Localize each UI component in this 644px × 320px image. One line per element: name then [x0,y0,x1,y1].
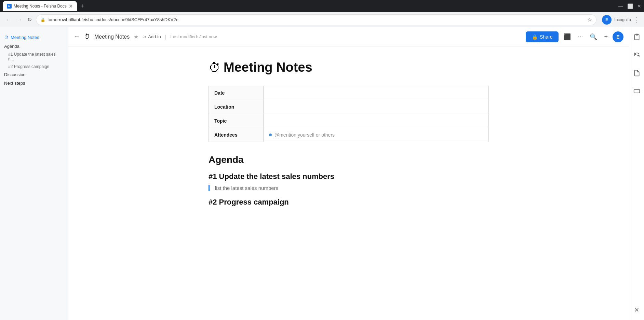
header-doc-title: Meeting Notes [94,34,130,40]
sidebar-item-next-steps[interactable]: Next steps [0,79,68,87]
table-value-topic[interactable] [264,114,489,128]
header-actions: 🔒 Share ⬛ ··· 🔍 + E [526,31,623,43]
table-row-topic: Topic [209,114,489,128]
tab-close-button[interactable]: ✕ [69,4,73,9]
zoom-button[interactable]: + [602,31,610,42]
new-tab-button[interactable]: + [81,3,85,10]
header-back-button[interactable]: ← [74,33,80,40]
add-to-button[interactable]: 🗂 Add to [143,34,161,39]
sidebar-item-meeting-notes[interactable]: ⏱ Meeting Notes [0,33,68,42]
star-button[interactable]: ★ [134,33,138,40]
sidebar-item-agenda2[interactable]: #2 Progress campaign [0,63,68,70]
sidebar-item-discussion[interactable]: Discussion [0,70,68,79]
minimize-button[interactable]: — [618,3,623,9]
address-bar-container: ← → ↻ 🔒 tomorrowbrilliant.feishu.cn/docs… [0,12,644,27]
sidebar-agenda-label: Agenda [4,44,19,49]
bookmark-button[interactable]: ☆ [587,16,592,23]
browser-tab[interactable]: M Meeting Notes - Feishu Docs ✕ [3,1,77,11]
folder-icon: 🗂 [143,34,147,39]
right-panel-icon-document[interactable] [631,68,642,80]
user-avatar[interactable]: E [613,31,623,42]
window-controls: — ⬜ ✕ [618,3,641,9]
svg-rect-1 [634,89,640,93]
info-table: Date Location Topic Attendees [209,86,489,142]
present-button[interactable]: ⬛ [561,31,573,43]
tab-title: Meeting Notes - Feishu Docs [14,4,67,9]
close-window-button[interactable]: ✕ [637,3,641,9]
tab-favicon: M [7,4,12,9]
attendee-hint-text: @mention yourself or others [274,132,335,138]
main-content: ⏱ Meeting Notes Date Location [68,46,629,320]
search-button[interactable]: 🔍 [588,31,599,43]
right-panel-icon-keyboard[interactable] [631,86,642,98]
sidebar-clock-icon: ⏱ [4,35,9,40]
reload-button[interactable]: ↻ [26,15,33,24]
profile-area: E Incognito ⋮ [602,15,640,25]
maximize-button[interactable]: ⬜ [627,3,633,9]
table-row-location: Location [209,100,489,114]
agenda-item2-heading: #2 Progress campaign [209,198,489,207]
close-panel-button[interactable]: ✕ [632,304,641,316]
share-label: Share [540,34,552,40]
add-to-label: Add to [148,34,161,39]
table-label-date: Date [209,86,264,100]
sidebar: ⏱ Meeting Notes Agenda #1 Update the lat… [0,27,68,320]
table-row-date: Date [209,86,489,100]
sidebar-item-agenda1[interactable]: #1 Update the latest sales n... [0,51,68,63]
sidebar-item-agenda[interactable]: Agenda [0,42,68,51]
lock-icon: 🔒 [40,17,45,22]
table-label-location: Location [209,100,264,114]
app-container: ⏱ Meeting Notes Agenda #1 Update the lat… [0,27,644,320]
attendee-placeholder: @mention yourself or others [269,132,483,138]
table-row-attendees: Attendees @mention yourself or others [209,128,489,142]
share-button[interactable]: 🔒 Share [526,31,559,42]
agenda-item1-heading: #1 Update the latest sales numbers [209,172,489,181]
doc-body: ⏱ Meeting Notes Date Location [202,60,496,211]
right-panel-icon-clipboard[interactable] [631,31,642,44]
doc-heading-icon: ⏱ [209,60,221,75]
more-options-button[interactable]: ··· [576,31,585,42]
header-separator: | [165,34,166,40]
right-panel-icon-refresh[interactable] [631,50,642,62]
forward-nav-button[interactable]: → [15,15,23,24]
bullet-dot [269,134,272,136]
doc-title: Meeting Notes [224,60,312,75]
sidebar-agenda1-label: #1 Update the latest sales n... [8,52,56,61]
share-icon: 🔒 [532,34,538,40]
header-doc-icon: ⏱ [84,33,90,40]
doc-heading: ⏱ Meeting Notes [209,60,489,75]
table-label-topic: Topic [209,114,264,128]
url-text: tomorrowbrilliant.feishu.cn/docs/doccne9… [48,17,178,22]
url-bar[interactable]: 🔒 tomorrowbrilliant.feishu.cn/docs/doccn… [36,14,596,25]
agenda-item1-text: list the latest sales numbers [215,185,278,191]
right-panel: ✕ [629,27,644,320]
sidebar-agenda2-label: #2 Progress campaign [8,64,49,69]
sidebar-discussion-label: Discussion [4,72,26,77]
sidebar-next-steps-label: Next steps [4,81,25,86]
sidebar-meeting-notes-label: Meeting Notes [11,35,39,40]
browser-menu-button[interactable]: ⋮ [634,16,640,24]
close-bottom-area: ✕ [632,304,641,316]
agenda-item1-body[interactable]: list the latest sales numbers [209,185,489,191]
table-value-attendees[interactable]: @mention yourself or others [264,128,489,142]
profile-avatar[interactable]: E [602,15,612,25]
table-label-attendees: Attendees [209,128,264,142]
back-nav-button[interactable]: ← [4,15,12,24]
incognito-label: Incognito [614,17,631,22]
table-value-date[interactable] [264,86,489,100]
modified-label: Last modified: Just now [170,34,217,39]
browser-titlebar: M Meeting Notes - Feishu Docs ✕ + — ⬜ ✕ [0,0,644,12]
table-value-location[interactable] [264,100,489,114]
app-header: ← ⏱ Meeting Notes ★ 🗂 Add to | Last modi… [68,27,629,46]
agenda-heading: Agenda [209,154,489,165]
